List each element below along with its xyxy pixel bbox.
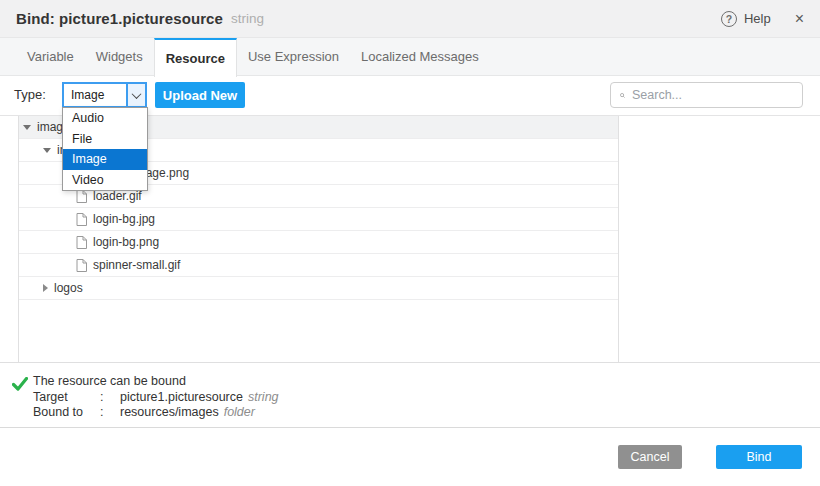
success-check-icon (12, 377, 28, 395)
dialog-title: Bind: picture1.picturesource (16, 10, 223, 27)
search-icon (620, 89, 625, 102)
tab-use-expression[interactable]: Use Expression (237, 38, 350, 75)
chevron-down-icon[interactable] (23, 125, 31, 130)
help-icon[interactable]: ? (721, 11, 737, 27)
chevron-down-icon[interactable] (43, 148, 51, 153)
dropdown-option-file[interactable]: File (63, 129, 147, 150)
header-actions: ? Help × (721, 11, 804, 27)
tab-widgets[interactable]: Widgets (85, 38, 154, 75)
tree-row-file[interactable]: login-bg.jpg (19, 208, 618, 231)
cancel-button[interactable]: Cancel (618, 445, 682, 469)
status-value: picture1.picturesource (120, 390, 243, 404)
upload-new-button[interactable]: Upload New (155, 82, 245, 108)
dialog-header: Bind: picture1.picturesource string ? He… (0, 0, 820, 38)
status-value-type: string (248, 390, 279, 404)
status-value: resources/images (120, 405, 219, 419)
status-separator: : (100, 390, 120, 406)
search-input[interactable] (632, 88, 793, 102)
file-label: login-bg.png (93, 235, 159, 249)
status-separator: : (100, 405, 120, 421)
dialog-title-type: string (231, 11, 264, 26)
divider (0, 362, 820, 363)
dropdown-option-image[interactable]: Image (63, 149, 147, 170)
select-caret-box[interactable] (126, 84, 145, 106)
type-select[interactable]: Image (62, 82, 147, 108)
file-label: loader.gif (93, 189, 142, 203)
bind-button[interactable]: Bind (716, 445, 802, 469)
status-label: Target (33, 390, 100, 406)
tree-row-logos[interactable]: logos (19, 277, 618, 300)
tab-variable[interactable]: Variable (16, 38, 85, 75)
bind-status: The resource can be bound Target:picture… (33, 374, 279, 421)
status-message: The resource can be bound (33, 374, 279, 390)
search-box[interactable] (610, 82, 803, 108)
tree-row-file[interactable]: login-bg.png (19, 231, 618, 254)
file-icon (76, 190, 87, 203)
type-label: Type: (14, 82, 46, 108)
tab-resource[interactable]: Resource (154, 38, 237, 77)
status-bound-row: Bound to:resources/imagesfolder (33, 405, 279, 421)
status-label: Bound to (33, 405, 100, 421)
type-dropdown-list: Audio File Image Video (62, 107, 148, 191)
bind-dialog: Bind: picture1.picturesource string ? He… (0, 0, 820, 486)
chevron-right-icon[interactable] (43, 284, 48, 292)
tree-row-file[interactable]: spinner-small.gif (19, 254, 618, 277)
chevron-down-icon (132, 89, 142, 99)
file-label: login-bg.jpg (93, 212, 155, 226)
tab-localized-messages[interactable]: Localized Messages (350, 38, 490, 75)
file-icon (76, 259, 87, 272)
type-select-value: Image (64, 84, 126, 106)
close-icon[interactable]: × (795, 11, 804, 27)
file-icon (76, 236, 87, 249)
dropdown-option-video[interactable]: Video (63, 170, 147, 191)
help-button[interactable]: Help (744, 11, 771, 26)
dropdown-option-audio[interactable]: Audio (63, 108, 147, 129)
file-icon (76, 213, 87, 226)
status-target-row: Target:picture1.picturesourcestring (33, 390, 279, 406)
file-label: spinner-small.gif (93, 258, 180, 272)
folder-label: logos (54, 281, 83, 295)
divider (0, 427, 820, 428)
tab-bar: Variable Widgets Resource Use Expression… (0, 38, 820, 76)
status-value-type: folder (224, 405, 255, 419)
